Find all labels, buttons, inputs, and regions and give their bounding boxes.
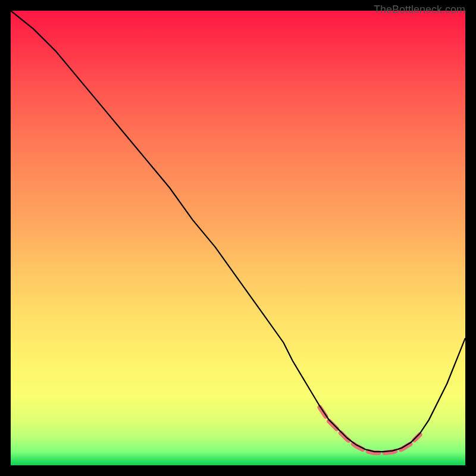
watermark-text: TheBottleneck.com (374, 4, 465, 16)
bottleneck-curve-line (11, 11, 465, 452)
chart-svg (11, 11, 465, 465)
chart-plot-area (11, 11, 465, 465)
